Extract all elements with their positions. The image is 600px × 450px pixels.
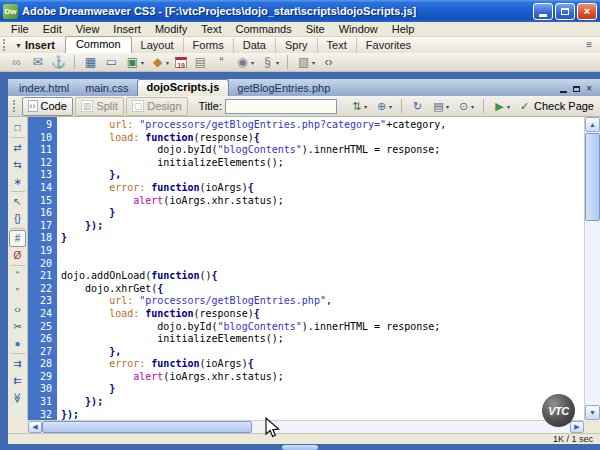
insert-div-icon[interactable]: ▭ bbox=[103, 54, 120, 71]
panel-collapse-grip[interactable] bbox=[282, 445, 318, 450]
menu-file[interactable]: File bbox=[4, 23, 36, 35]
scroll-up-icon[interactable]: ▲ bbox=[585, 117, 600, 132]
document-tab-index-html[interactable]: index.html bbox=[11, 81, 77, 96]
insert-tab-favorites[interactable]: Favorites bbox=[356, 38, 420, 53]
open-documents-icon[interactable]: □ bbox=[9, 119, 26, 136]
templates-icon[interactable]: ▧▾ bbox=[295, 54, 316, 71]
media-icon[interactable]: ◆▾ bbox=[149, 54, 170, 71]
balance-braces-icon[interactable]: {} bbox=[9, 210, 26, 227]
menu-edit[interactable]: Edit bbox=[36, 23, 69, 35]
menu-window[interactable]: Window bbox=[332, 23, 385, 35]
insert-tab-forms[interactable]: Forms bbox=[183, 38, 233, 53]
code-editor[interactable]: url: "processors/getBlogEntries.php?cate… bbox=[57, 117, 584, 420]
apply-comment-icon[interactable]: “ bbox=[9, 267, 26, 284]
insert-panel-label[interactable]: ▼ Insert bbox=[13, 39, 65, 53]
outdent-code-icon[interactable]: ⇇ bbox=[9, 372, 26, 389]
indent-code-icon[interactable]: ⇉ bbox=[9, 355, 26, 372]
code-line: load: function(response){ bbox=[61, 132, 584, 145]
menu-help[interactable]: Help bbox=[385, 23, 422, 35]
doc-minimize-icon[interactable] bbox=[560, 91, 567, 93]
view-options-icon[interactable]: ▤▾ bbox=[430, 98, 451, 115]
line-number: 10 bbox=[28, 132, 52, 145]
remove-comment-icon[interactable]: ” bbox=[9, 284, 26, 301]
menu-bar: FileEditViewInsertModifyTextCommandsSite… bbox=[0, 22, 600, 37]
toolbar-grip[interactable] bbox=[13, 100, 16, 112]
script-icon[interactable]: §▾ bbox=[259, 54, 280, 71]
code-line: alert(ioArgs.xhr.status); bbox=[61, 371, 584, 384]
menu-insert[interactable]: Insert bbox=[106, 23, 148, 35]
email-link-icon[interactable]: ✉ bbox=[29, 54, 46, 71]
code-line: }, bbox=[61, 169, 584, 182]
scroll-down-icon[interactable]: ▼ bbox=[585, 405, 600, 420]
line-number: 30 bbox=[28, 383, 52, 396]
panel-menu-icon[interactable]: ≡ bbox=[586, 39, 592, 50]
horizontal-scroll-thumb[interactable] bbox=[42, 421, 252, 433]
document-tab-getblogentries-php[interactable]: getBlogEntries.php bbox=[229, 81, 338, 96]
restore-button[interactable] bbox=[555, 3, 575, 20]
insert-tab-spry[interactable]: Spry bbox=[275, 38, 317, 53]
insert-tab-text[interactable]: Text bbox=[317, 38, 356, 53]
title-label: Title: bbox=[199, 100, 222, 112]
collapse-selection-icon[interactable]: ⇆ bbox=[9, 156, 26, 173]
document-tab-dojoscripts-js[interactable]: dojoScripts.js bbox=[137, 79, 230, 96]
horizontal-scrollbar[interactable]: ◀ ▶ bbox=[28, 420, 584, 433]
doc-close-icon[interactable]: × bbox=[586, 84, 592, 94]
tag-chooser-icon[interactable]: ‹› bbox=[320, 54, 337, 71]
comment-icon[interactable]: “ bbox=[213, 54, 230, 71]
select-parent-tag-icon[interactable]: ↖ bbox=[9, 193, 26, 210]
format-source-code-icon[interactable]: ≫ bbox=[9, 389, 26, 406]
separator bbox=[401, 99, 402, 113]
dropdown-arrow-icon: ▾ bbox=[389, 103, 392, 110]
collapse-full-tag-icon[interactable]: ⇄ bbox=[9, 139, 26, 156]
menu-view[interactable]: View bbox=[69, 23, 107, 35]
vertical-scrollbar[interactable]: ▲ ▼ bbox=[584, 117, 600, 420]
menu-modify[interactable]: Modify bbox=[148, 23, 194, 35]
refresh-design-view-icon[interactable]: ↻ bbox=[409, 98, 426, 115]
doc-restore-icon[interactable] bbox=[573, 86, 580, 92]
scroll-right-icon[interactable]: ▶ bbox=[570, 421, 584, 433]
insert-tab-data[interactable]: Data bbox=[233, 38, 275, 53]
scroll-left-icon[interactable]: ◀ bbox=[28, 421, 42, 433]
images-icon[interactable]: ▣▾ bbox=[124, 54, 145, 71]
move-convert-css-icon[interactable]: ● bbox=[9, 335, 26, 352]
separator bbox=[11, 353, 25, 354]
close-icon: × bbox=[584, 6, 590, 17]
toolbar-grip[interactable] bbox=[3, 39, 10, 51]
wrap-tag-icon[interactable]: ‹› bbox=[9, 301, 26, 318]
validate-markup-icon[interactable]: ▶▾ bbox=[491, 98, 512, 115]
hyperlink-icon[interactable]: ∞ bbox=[8, 54, 25, 71]
menu-text[interactable]: Text bbox=[194, 23, 228, 35]
code-line: }, bbox=[61, 346, 584, 359]
named-anchor-icon[interactable]: ⚓ bbox=[50, 54, 67, 71]
title-input[interactable] bbox=[225, 99, 337, 114]
vertical-scroll-thumb[interactable] bbox=[585, 133, 600, 221]
document-tab-main-css[interactable]: main.css bbox=[77, 81, 136, 96]
highlight-invalid-code-icon[interactable]: Ø bbox=[9, 247, 26, 264]
server-side-include-icon[interactable]: ▤ bbox=[192, 54, 209, 71]
separator bbox=[287, 55, 288, 69]
check-page-icon[interactable]: ✓Check Page bbox=[516, 98, 596, 115]
date-icon[interactable]: 19 bbox=[174, 54, 188, 71]
insert-tab-layout[interactable]: Layout bbox=[132, 38, 183, 53]
code-view-button[interactable]: ‹›Code bbox=[22, 97, 73, 116]
menu-commands[interactable]: Commands bbox=[228, 23, 298, 35]
split-view-button[interactable]: ▥Split bbox=[75, 97, 124, 116]
menu-site[interactable]: Site bbox=[299, 23, 332, 35]
close-button[interactable]: × bbox=[577, 3, 597, 20]
design-view-button[interactable]: ▢Design bbox=[126, 97, 188, 116]
line-numbers-icon[interactable]: # bbox=[9, 230, 26, 247]
file-management-icon[interactable]: ⇅▾ bbox=[348, 98, 369, 115]
table-icon[interactable]: ▦ bbox=[82, 54, 99, 71]
minimize-button[interactable] bbox=[533, 3, 553, 20]
head-icon[interactable]: ◉▾ bbox=[234, 54, 255, 71]
preview-in-browser-icon[interactable]: ⊕▾ bbox=[373, 98, 394, 115]
code-line bbox=[61, 245, 584, 258]
status-bar: 1K / 1 sec bbox=[8, 433, 600, 444]
code-line: }); bbox=[61, 220, 584, 233]
expand-all-icon[interactable]: ∗ bbox=[9, 173, 26, 190]
visual-aids-icon[interactable]: ⊙▾ bbox=[455, 98, 476, 115]
insert-tab-common[interactable]: Common bbox=[65, 36, 132, 53]
recent-snippets-icon[interactable]: ✂ bbox=[9, 318, 26, 335]
line-number: 23 bbox=[28, 295, 52, 308]
separator bbox=[11, 265, 25, 266]
